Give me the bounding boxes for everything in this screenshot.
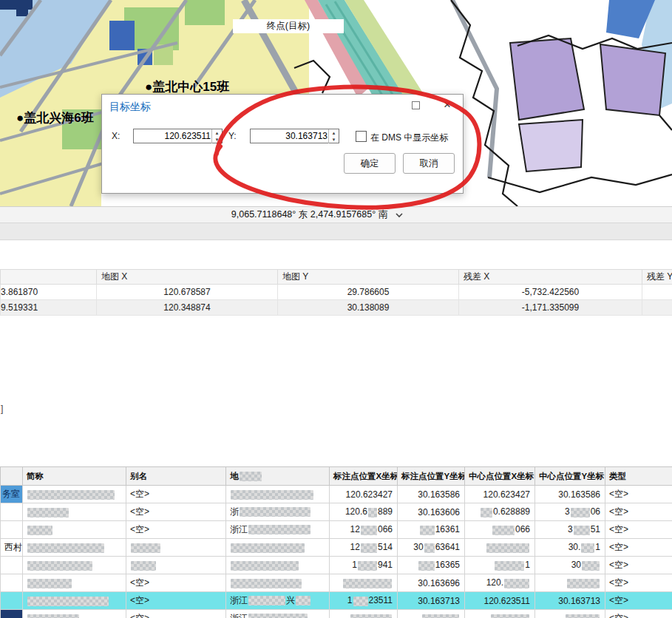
table-cell bbox=[226, 486, 330, 503]
table-cell bbox=[1, 557, 23, 574]
cancel-button[interactable]: 取消 bbox=[403, 153, 455, 174]
table-row[interactable]: <空>浙江兴12351130.163713120.62351130.163713… bbox=[1, 592, 672, 610]
table-cell: <空> bbox=[126, 503, 226, 521]
table-cell bbox=[642, 285, 672, 300]
table-cell: 29.786605 bbox=[278, 285, 459, 300]
table-cell: 0.628889 bbox=[465, 503, 535, 521]
table-cell bbox=[23, 574, 126, 592]
table-row[interactable]: 3.861870120.67858729.786605-5,732.422560 bbox=[1, 285, 672, 300]
table-cell bbox=[1, 592, 23, 610]
redacted-blur bbox=[231, 561, 299, 571]
column-header[interactable]: 类型 bbox=[605, 467, 672, 486]
restore-icon[interactable] bbox=[412, 101, 420, 109]
column-header[interactable]: 地 bbox=[226, 467, 330, 486]
redacted-blur bbox=[567, 579, 600, 588]
column-header[interactable]: 中心点位置Y坐标 bbox=[535, 467, 605, 486]
spin-up-icon[interactable]: ▲ bbox=[212, 129, 222, 137]
table-cell: 1941 bbox=[330, 557, 398, 574]
y-spinner: ▲ ▼ bbox=[328, 129, 339, 143]
table-cell: 066 bbox=[465, 521, 535, 539]
table-row[interactable]: <空>浙江<空> bbox=[1, 610, 672, 618]
coordinate-status-bar: 9,065.7118648° 东 2,474.9157685° 南 bbox=[0, 206, 672, 223]
column-header[interactable]: 残差 X bbox=[459, 270, 642, 285]
table-cell bbox=[330, 610, 398, 618]
ok-button[interactable]: 确定 bbox=[344, 153, 396, 174]
spin-down-icon[interactable]: ▼ bbox=[329, 137, 339, 144]
y-input[interactable] bbox=[250, 129, 339, 143]
toolbar-band bbox=[0, 223, 672, 240]
column-header[interactable]: 地图 Y bbox=[278, 270, 459, 285]
table-cell bbox=[126, 557, 226, 574]
coordinate-inputs-row: X: ▲ ▼ Y: ▲ ▼ 在 DMS 中显示坐标 bbox=[102, 129, 463, 145]
close-icon[interactable]: × bbox=[441, 98, 454, 112]
header-row: 简称别名地标注点位置X坐标标注点位置Y坐标中心点位置X坐标中心点位置Y坐标类型 bbox=[1, 467, 672, 486]
table-cell: 120. bbox=[465, 574, 535, 592]
x-input[interactable] bbox=[133, 129, 223, 143]
table-cell bbox=[226, 557, 330, 574]
x-spinner: ▲ ▼ bbox=[211, 129, 222, 143]
table-cell: <空> bbox=[605, 592, 672, 610]
table-cell: 3.861870 bbox=[1, 285, 97, 300]
redacted-blur bbox=[27, 526, 52, 535]
table-row[interactable]: <空>30.163696120.<空> bbox=[1, 574, 672, 592]
x-coordinate-field: ▲ ▼ bbox=[133, 129, 223, 145]
column-header[interactable]: 残差 Y bbox=[642, 270, 672, 285]
table-cell: 120.623427 bbox=[330, 486, 398, 503]
column-header[interactable]: 中心点位置X坐标 bbox=[465, 467, 535, 486]
table-cell bbox=[330, 574, 398, 592]
table-cell: <空> bbox=[126, 574, 226, 592]
map-poi-label-2: ●盖北兴海6班 bbox=[16, 109, 94, 126]
spin-down-icon[interactable]: ▼ bbox=[212, 137, 222, 144]
table-cell bbox=[465, 539, 535, 557]
table-cell bbox=[226, 574, 330, 592]
table-cell: <空> bbox=[605, 503, 672, 521]
redacted-blur bbox=[422, 614, 459, 618]
table-cell bbox=[535, 610, 605, 618]
column-header[interactable] bbox=[1, 270, 97, 285]
column-header[interactable]: 简称 bbox=[23, 467, 126, 486]
table-cell: -1,171.335099 bbox=[459, 300, 642, 316]
dms-checkbox[interactable] bbox=[356, 131, 367, 142]
redacted-blur bbox=[27, 490, 115, 500]
table-cell bbox=[23, 610, 126, 618]
table-row[interactable]: 9.519331120.34887430.138089-1,171.335099 bbox=[1, 300, 672, 316]
table-cell bbox=[398, 610, 465, 618]
table-cell: 12066 bbox=[330, 521, 398, 539]
table-cell: <空> bbox=[605, 557, 672, 574]
redacted-blur bbox=[418, 561, 435, 571]
redacted-blur bbox=[566, 614, 600, 618]
redacted-blur bbox=[248, 614, 308, 618]
redacted-blur bbox=[343, 579, 392, 588]
column-header[interactable]: 标注点位置Y坐标 bbox=[398, 467, 465, 486]
table-cell: 16365 bbox=[398, 557, 465, 574]
map-poi-label-1: ●盖北中心15班 bbox=[145, 78, 229, 95]
column-header[interactable]: 标注点位置X坐标 bbox=[330, 467, 398, 486]
redacted-blur bbox=[495, 561, 524, 571]
table-row[interactable]: <空>浙江1206616361066351<空> bbox=[1, 521, 672, 539]
redacted-blur bbox=[350, 614, 392, 618]
table-row[interactable]: 西村...12514306364130.1<空> bbox=[1, 539, 672, 557]
table-cell: -5,732.422560 bbox=[459, 285, 642, 300]
column-header[interactable]: 别名 bbox=[126, 467, 226, 486]
table-row[interactable]: <空>浙120.688930.1636060.628889306<空> bbox=[1, 503, 672, 521]
table-cell: 30.163713 bbox=[535, 592, 605, 610]
redacted-blur bbox=[504, 579, 529, 588]
table-cell: 务室 bbox=[1, 486, 23, 503]
chevron-down-icon[interactable] bbox=[395, 212, 404, 218]
table-row[interactable]: 务室<空>120.62342730.163586120.62342730.163… bbox=[1, 486, 672, 503]
table-cell: 120.348874 bbox=[97, 300, 278, 316]
column-header[interactable] bbox=[1, 467, 23, 486]
dialog-title[interactable]: 目标坐标 bbox=[109, 101, 151, 114]
redacted-blur bbox=[131, 561, 156, 571]
redacted-blur bbox=[361, 526, 377, 535]
cursor-coordinates: 9,065.7118648° 东 2,474.9157685° 南 bbox=[231, 208, 387, 221]
spin-up-icon[interactable]: ▲ bbox=[329, 129, 339, 137]
table-cell bbox=[23, 521, 126, 539]
table-row[interactable]: 194116365130<空> bbox=[1, 557, 672, 574]
table-cell bbox=[1, 521, 23, 539]
table-cell: 306 bbox=[535, 503, 605, 521]
column-header[interactable]: 地图 X bbox=[97, 270, 278, 285]
dms-checkbox-label: 在 DMS 中显示坐标 bbox=[370, 132, 448, 144]
redacted-blur bbox=[424, 543, 435, 553]
table-cell: <空> bbox=[605, 486, 672, 503]
